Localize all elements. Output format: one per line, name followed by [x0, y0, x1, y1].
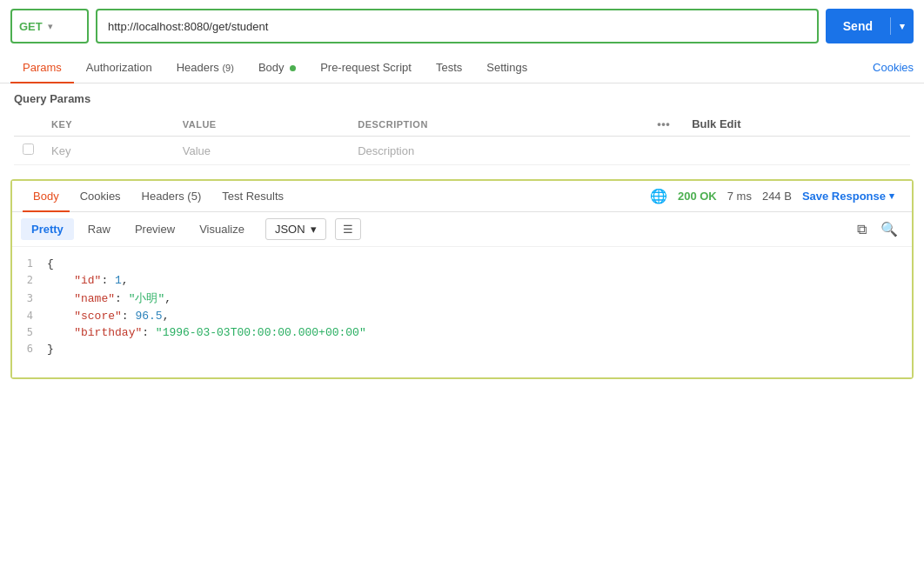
method-selector[interactable]: GET ▾ — [10, 9, 89, 43]
key-column-header: KEY — [43, 112, 174, 137]
body-dot-indicator — [290, 65, 296, 71]
query-params-title: Query Params — [14, 92, 910, 105]
wrap-icon: ☰ — [343, 223, 353, 236]
checkbox-header — [14, 112, 43, 137]
line-content: "id": 1, — [47, 274, 129, 287]
response-section: Body Cookies Headers (5) Test Results 🌐 … — [10, 179, 914, 379]
line-content: } — [47, 343, 54, 356]
code-line: 4 "score": 96.5, — [12, 308, 912, 324]
more-options-icon[interactable]: ••• — [657, 117, 670, 130]
response-status-bar: 🌐 200 OK 7 ms 244 B Save Response ▾ — [650, 188, 901, 204]
line-number: 2 — [12, 274, 47, 286]
format-tab-preview[interactable]: Preview — [124, 218, 185, 240]
line-content: "name": "小明", — [47, 290, 171, 306]
line-number: 5 — [12, 326, 47, 338]
response-size: 244 B — [762, 190, 792, 203]
code-line: 6} — [12, 341, 912, 357]
send-button-group: Send ▾ — [826, 9, 914, 43]
tab-params[interactable]: Params — [10, 52, 74, 83]
top-bar: GET ▾ Send ▾ — [0, 0, 924, 52]
response-code: 1{2 "id": 1,3 "name": "小明",4 "score": 96… — [12, 247, 912, 377]
globe-icon: 🌐 — [650, 188, 667, 204]
method-chevron-icon: ▾ — [48, 21, 53, 32]
format-tab-pretty[interactable]: Pretty — [21, 218, 74, 240]
response-tab-test-results[interactable]: Test Results — [211, 181, 294, 211]
search-button[interactable]: 🔍 — [875, 217, 903, 241]
row-checkbox[interactable] — [14, 137, 43, 165]
send-dropdown-button[interactable]: ▾ — [891, 9, 914, 43]
tab-settings[interactable]: Settings — [474, 52, 539, 83]
value-cell[interactable]: Value — [174, 137, 349, 165]
response-tab-headers[interactable]: Headers (5) — [131, 181, 212, 211]
bulk-edit-header: Bulk Edit — [683, 112, 910, 137]
line-number: 6 — [12, 343, 47, 355]
response-time: 7 ms — [727, 190, 752, 203]
tab-authorization[interactable]: Authorization — [74, 52, 164, 83]
tab-pre-request-script[interactable]: Pre-request Script — [308, 52, 424, 83]
description-column-header: DESCRIPTION — [349, 112, 648, 137]
bulk-edit-button[interactable]: Bulk Edit — [692, 117, 740, 130]
placeholder-row: Key Value Description — [14, 137, 910, 165]
save-response-chevron-icon: ▾ — [889, 190, 894, 202]
tab-body[interactable]: Body — [246, 52, 308, 83]
response-tab-body[interactable]: Body — [23, 181, 70, 211]
body-format-tabs: Pretty Raw Preview Visualize JSON ▾ ☰ ⧉ … — [12, 212, 912, 247]
url-input[interactable] — [96, 9, 819, 43]
line-number: 4 — [12, 310, 47, 322]
line-content: { — [47, 257, 54, 270]
code-line: 2 "id": 1, — [12, 272, 912, 289]
line-number: 1 — [12, 257, 47, 270]
tab-headers[interactable]: Headers (9) — [164, 52, 246, 83]
line-content: "birthday": "1996-03-03T00:00:00.000+00:… — [47, 326, 366, 339]
method-label: GET — [19, 20, 43, 33]
wrap-button[interactable]: ☰ — [335, 218, 361, 240]
params-table: KEY VALUE DESCRIPTION ••• Bulk Edit Key … — [14, 112, 910, 165]
line-content: "score": 96.5, — [47, 310, 169, 323]
save-response-button[interactable]: Save Response ▾ — [802, 190, 894, 203]
cookies-link[interactable]: Cookies — [873, 61, 914, 74]
value-column-header: VALUE — [174, 112, 349, 137]
send-button[interactable]: Send — [826, 9, 890, 43]
key-cell[interactable]: Key — [43, 137, 174, 165]
query-params-section: Query Params KEY VALUE DESCRIPTION ••• B… — [0, 83, 924, 165]
format-tab-visualize[interactable]: Visualize — [189, 218, 255, 240]
right-icons-group: ⧉ 🔍 — [852, 217, 903, 241]
format-tab-raw[interactable]: Raw — [77, 218, 121, 240]
json-selector-chevron-icon: ▾ — [311, 223, 317, 236]
response-tabs-bar: Body Cookies Headers (5) Test Results 🌐 … — [12, 181, 912, 212]
copy-button[interactable]: ⧉ — [852, 217, 872, 241]
response-tab-cookies[interactable]: Cookies — [70, 181, 131, 211]
code-area: 1{2 "id": 1,3 "name": "小明",4 "score": 96… — [12, 247, 912, 377]
line-number: 3 — [12, 292, 47, 304]
response-status: 200 OK — [678, 190, 717, 203]
code-line: 5 "birthday": "1996-03-03T00:00:00.000+0… — [12, 324, 912, 341]
description-cell[interactable]: Description — [349, 137, 648, 165]
json-format-selector[interactable]: JSON ▾ — [265, 218, 326, 240]
actions-header: ••• — [648, 112, 683, 137]
request-tabs-bar: Params Authorization Headers (9) Body Pr… — [0, 52, 924, 83]
code-line: 1{ — [12, 256, 912, 272]
tab-tests[interactable]: Tests — [424, 52, 474, 83]
code-line: 3 "name": "小明", — [12, 289, 912, 308]
